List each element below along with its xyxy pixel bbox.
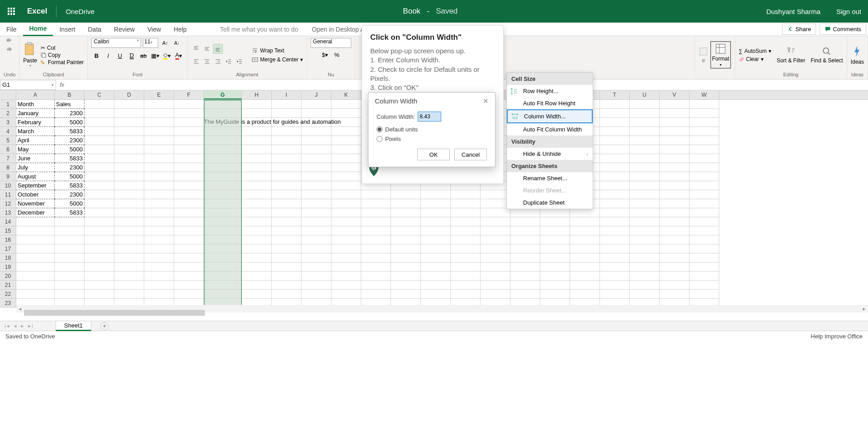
row-header-20[interactable]: 20 bbox=[0, 272, 16, 281]
cell-I16[interactable] bbox=[272, 235, 302, 244]
indent-increase-button[interactable] bbox=[235, 56, 245, 66]
cell-G20[interactable] bbox=[204, 272, 242, 281]
format-cells-button[interactable]: Format ▾ bbox=[710, 41, 731, 69]
cell-U9[interactable] bbox=[630, 172, 660, 181]
cell-F19[interactable] bbox=[174, 262, 204, 272]
cell-B21[interactable] bbox=[55, 281, 85, 290]
cell-H9[interactable] bbox=[242, 172, 272, 181]
cell-F17[interactable] bbox=[174, 244, 204, 253]
cell-W7[interactable] bbox=[689, 154, 719, 163]
cell-M22[interactable] bbox=[391, 290, 421, 299]
cell-D17[interactable] bbox=[114, 244, 144, 253]
cell-K7[interactable] bbox=[331, 154, 361, 163]
cell-E6[interactable] bbox=[144, 145, 174, 154]
row-header-9[interactable]: 9 bbox=[0, 172, 16, 181]
cell-D15[interactable] bbox=[114, 226, 144, 235]
cell-F8[interactable] bbox=[174, 163, 204, 172]
cell-N22[interactable] bbox=[421, 290, 451, 299]
cell-W18[interactable] bbox=[689, 253, 719, 262]
cell-F5[interactable] bbox=[174, 136, 204, 145]
cell-K22[interactable] bbox=[331, 290, 361, 299]
cell-I18[interactable] bbox=[272, 253, 302, 262]
cell-H5[interactable] bbox=[242, 136, 272, 145]
cell-V22[interactable] bbox=[660, 290, 689, 299]
cell-G21[interactable] bbox=[204, 281, 242, 290]
cell-G12[interactable] bbox=[204, 199, 242, 208]
borders-button[interactable]: ▦▾ bbox=[150, 51, 160, 61]
cell-J2[interactable] bbox=[302, 109, 331, 118]
cell-H10[interactable] bbox=[242, 181, 272, 190]
cell-N17[interactable] bbox=[421, 244, 451, 253]
cell-T11[interactable] bbox=[600, 190, 630, 199]
tab-insert[interactable]: Insert bbox=[53, 23, 81, 36]
clear-button[interactable]: Clear ▾ bbox=[739, 56, 771, 62]
cell-B5[interactable]: 2300 bbox=[55, 136, 85, 145]
cell-K13[interactable] bbox=[331, 208, 361, 217]
wrap-text-button[interactable]: Wrap Text bbox=[252, 47, 303, 54]
cell-D3[interactable] bbox=[114, 118, 144, 127]
cell-M11[interactable] bbox=[391, 190, 421, 199]
cell-I7[interactable] bbox=[272, 154, 302, 163]
cell-J22[interactable] bbox=[302, 290, 331, 299]
cell-R13[interactable] bbox=[540, 208, 570, 217]
cell-B18[interactable] bbox=[55, 253, 85, 262]
cell-B1[interactable]: Sales bbox=[55, 100, 85, 109]
cell-W16[interactable] bbox=[689, 235, 719, 244]
cell-Q17[interactable] bbox=[510, 244, 540, 253]
cell-B17[interactable] bbox=[55, 244, 85, 253]
cell-C10[interactable] bbox=[85, 181, 114, 190]
tab-data[interactable]: Data bbox=[81, 23, 108, 36]
cell-U7[interactable] bbox=[630, 154, 660, 163]
row-header-16[interactable]: 16 bbox=[0, 235, 16, 244]
app-name[interactable]: Excel bbox=[23, 7, 56, 16]
cell-B22[interactable] bbox=[55, 290, 85, 299]
column-header-C[interactable]: C bbox=[85, 90, 114, 99]
cell-E9[interactable] bbox=[144, 172, 174, 181]
column-header-E[interactable]: E bbox=[144, 90, 174, 99]
cell-V10[interactable] bbox=[660, 181, 689, 190]
bold-button[interactable]: B bbox=[91, 51, 101, 61]
merge-center-button[interactable]: Merge & Center ▾ bbox=[252, 56, 303, 63]
tab-home[interactable]: Home bbox=[23, 23, 53, 36]
cell-I19[interactable] bbox=[272, 262, 302, 272]
cell-W22[interactable] bbox=[689, 290, 719, 299]
cell-E10[interactable] bbox=[144, 181, 174, 190]
cell-D13[interactable] bbox=[114, 208, 144, 217]
cell-U8[interactable] bbox=[630, 163, 660, 172]
cell-W10[interactable] bbox=[689, 181, 719, 190]
row-header-7[interactable]: 7 bbox=[0, 154, 16, 163]
cell-C16[interactable] bbox=[85, 235, 114, 244]
row-header-3[interactable]: 3 bbox=[0, 118, 16, 127]
cell-W17[interactable] bbox=[689, 244, 719, 253]
cell-I13[interactable] bbox=[272, 208, 302, 217]
cell-V3[interactable] bbox=[660, 118, 689, 127]
align-right-button[interactable] bbox=[213, 56, 223, 66]
cell-D9[interactable] bbox=[114, 172, 144, 181]
row-header-21[interactable]: 21 bbox=[0, 281, 16, 290]
cell-A6[interactable]: May bbox=[16, 145, 55, 154]
double-underline-button[interactable]: D bbox=[127, 51, 137, 61]
cell-T2[interactable] bbox=[600, 109, 630, 118]
cell-G22[interactable] bbox=[204, 290, 242, 299]
percent-button[interactable]: % bbox=[332, 50, 342, 60]
cell-V12[interactable] bbox=[660, 199, 689, 208]
cell-C6[interactable] bbox=[85, 145, 114, 154]
cell-K19[interactable] bbox=[331, 262, 361, 272]
cell-B14[interactable] bbox=[55, 217, 85, 226]
cell-N11[interactable] bbox=[421, 190, 451, 199]
font-name-select[interactable]: Calibri ▾ bbox=[91, 38, 141, 48]
undo-icon[interactable] bbox=[5, 38, 14, 44]
column-header-B[interactable]: B bbox=[55, 90, 85, 99]
cell-P18[interactable] bbox=[481, 253, 510, 262]
cell-M20[interactable] bbox=[391, 272, 421, 281]
cell-M12[interactable] bbox=[391, 199, 421, 208]
cell-O21[interactable] bbox=[451, 281, 481, 290]
cell-G19[interactable] bbox=[204, 262, 242, 272]
cell-D19[interactable] bbox=[114, 262, 144, 272]
cell-T19[interactable] bbox=[600, 262, 630, 272]
cell-N16[interactable] bbox=[421, 235, 451, 244]
column-header-U[interactable]: U bbox=[630, 90, 660, 99]
row-header-23[interactable]: 23 bbox=[0, 299, 16, 308]
column-header-T[interactable]: T bbox=[600, 90, 630, 99]
cell-K15[interactable] bbox=[331, 226, 361, 235]
